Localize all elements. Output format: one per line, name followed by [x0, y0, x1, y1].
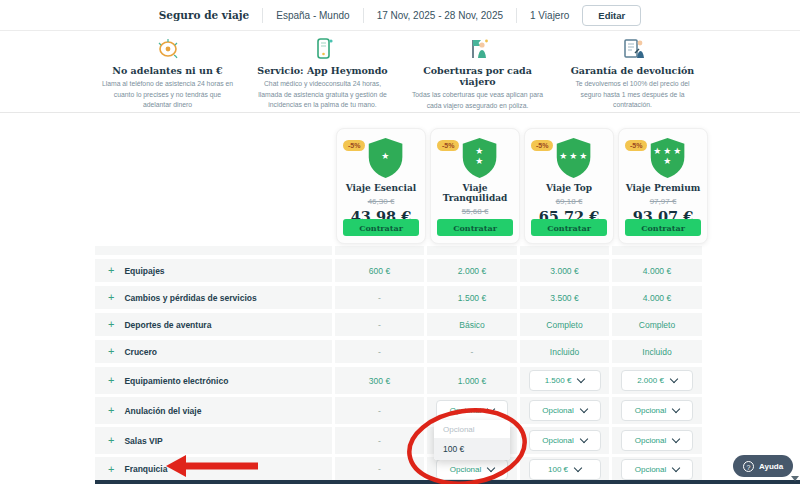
option-dropdown[interactable]: Opcional	[621, 459, 693, 480]
discount-badge: -5%	[343, 140, 365, 151]
chevron-down-icon	[580, 435, 588, 443]
table-row-clipped	[95, 246, 702, 255]
plan-card-esencial: -5% ★ Viaje Esencial 46,30 € 43,98 € Con…	[336, 128, 426, 244]
shield-stars: ★	[367, 139, 403, 173]
cell-value: 4.000 €	[643, 266, 671, 276]
option-dropdown[interactable]: 2.000 €	[621, 370, 693, 391]
sticky-bottom-bar-edge	[95, 480, 800, 484]
corner-scroll-mark	[791, 476, 799, 481]
benefit-title: Garantía de devolución	[560, 65, 705, 76]
cell-value: -	[378, 320, 381, 330]
contratar-button[interactable]: Contratar	[437, 219, 513, 236]
contratar-button[interactable]: Contratar	[625, 219, 701, 236]
trip-travelers[interactable]: 1 Viajero	[530, 10, 569, 21]
cell-value: 3.000 €	[550, 266, 578, 276]
chevron-down-icon	[672, 463, 680, 471]
table-row-equipamiento: +Equipamiento electrónico 300 € 1.000 € …	[95, 367, 702, 394]
table-row-anulacion: +Anulación del viaje - Opcional Opcional…	[95, 397, 702, 424]
benefit-title: Coberturas por cada viajero	[405, 65, 550, 87]
shield-stars: ★★★★	[649, 139, 685, 173]
chevron-down-icon	[670, 375, 678, 383]
edit-button[interactable]: Editar	[582, 5, 641, 26]
row-toggle[interactable]: +Equipamiento electrónico	[95, 367, 332, 394]
option-dropdown[interactable]: Opcional	[436, 459, 508, 480]
table-row-cambios: +Cambios y pérdidas de servicios - 1.500…	[95, 286, 702, 309]
plan-old-price: 55,68 €	[431, 207, 519, 216]
row-toggle[interactable]: +Anulación del viaje	[95, 397, 332, 424]
benefit-title: Servicio: App Heymondo	[250, 65, 395, 76]
table-row-salas-vip: +Salas VIP - Opcional Opcional	[95, 427, 702, 454]
benefit-desc: Te devolvemos el 100% del precio del seg…	[565, 79, 701, 111]
cell-value: -	[378, 406, 381, 416]
page-title: Seguro de viaje	[159, 9, 249, 21]
option-dropdown[interactable]: Opcional	[529, 400, 601, 421]
plan-old-price: 46,30 €	[337, 197, 425, 206]
travelers-icon	[405, 36, 550, 62]
help-button[interactable]: ? Ayuda	[733, 455, 793, 477]
cell-value: 300 €	[369, 376, 390, 386]
table-row-deportes: +Deportes de aventura - Básico Completo …	[95, 313, 702, 336]
row-toggle[interactable]: +Franquicia	[95, 457, 332, 481]
plan-card-tranquilidad: -5% ★★ Viaje Tranquilidad 55,68 € 52,89 …	[430, 128, 520, 244]
cell-value: Básico	[459, 320, 485, 330]
cell-value: 3.500 €	[550, 293, 578, 303]
plan-old-price: 69,18 €	[525, 197, 613, 206]
row-toggle[interactable]: +Cambios y pérdidas de servicios	[95, 286, 332, 309]
plan-name: Viaje Esencial	[337, 183, 425, 193]
benefit-title: No adelantes ni un €	[95, 65, 240, 76]
cell-value: 4.000 €	[643, 293, 671, 303]
benefit-desc: Llama al teléfono de asistencia 24 horas…	[100, 79, 236, 111]
trip-dates[interactable]: 17 Nov, 2025 - 28 Nov, 2025	[377, 10, 503, 21]
cell-value: 2.000 €	[458, 266, 486, 276]
cell-value: 1.500 €	[458, 293, 486, 303]
cell-value: -	[378, 436, 381, 446]
chevron-down-icon	[580, 405, 588, 413]
discount-badge: -5%	[437, 140, 459, 151]
option-dropdown[interactable]: 1.500 €	[529, 370, 601, 391]
cell-value: Completo	[546, 320, 582, 330]
cell-value: -	[378, 347, 381, 357]
chevron-down-icon	[672, 435, 680, 443]
contratar-button[interactable]: Contratar	[531, 219, 607, 236]
divider	[363, 8, 364, 23]
discount-badge: -5%	[531, 140, 553, 151]
piggy-bank-icon	[95, 36, 240, 62]
cell-value: -	[471, 347, 474, 357]
chevron-down-icon	[577, 375, 585, 383]
option-dropdown[interactable]: 100 €	[529, 459, 601, 480]
cell-value: -	[378, 293, 381, 303]
contratar-button[interactable]: Contratar	[343, 219, 419, 236]
option-dropdown[interactable]: Opcional	[621, 400, 693, 421]
trip-route[interactable]: España - Mundo	[276, 10, 349, 21]
plan-name: Viaje Top	[525, 183, 613, 193]
cell-value: 1.000 €	[458, 376, 486, 386]
question-mark-icon: ?	[743, 461, 754, 472]
divider	[516, 8, 517, 23]
cell-value: 600 €	[369, 266, 390, 276]
row-toggle[interactable]: +Crucero	[95, 340, 332, 363]
option-dropdown[interactable]: Opcional	[529, 430, 601, 451]
benefit-refund-guarantee: Garantía de devolución Te devolvemos el …	[560, 36, 705, 111]
benefit-no-advance: No adelantes ni un € Llama al teléfono d…	[95, 36, 240, 111]
table-row-franquicia: +Franquicia - Opcional 100 € Opcional	[95, 457, 702, 481]
plan-name: Viaje Tranquilidad	[431, 183, 519, 203]
plus-icon: +	[108, 319, 114, 330]
row-toggle[interactable]: +Equipajes	[95, 259, 332, 282]
dropdown-option-opcional[interactable]: Opcional	[434, 420, 510, 438]
option-dropdown[interactable]: Opcional	[436, 400, 508, 421]
benefit-coverage-per-traveler: Coberturas por cada viajero Todas las co…	[405, 36, 550, 111]
table-row-crucero: +Crucero - - Incluido Incluido	[95, 340, 702, 363]
chevron-down-icon	[487, 405, 495, 413]
option-dropdown[interactable]: Opcional	[621, 430, 693, 451]
row-toggle[interactable]: +Salas VIP	[95, 427, 332, 454]
plus-icon: +	[108, 464, 114, 475]
row-toggle[interactable]: +Deportes de aventura	[95, 313, 332, 336]
discount-badge: -5%	[625, 140, 647, 151]
shield-stars: ★★★	[555, 139, 591, 173]
dropdown-option-100[interactable]: 100 €	[434, 438, 510, 460]
benefit-desc: Chat médico y videoconsulta 24 horas, ll…	[255, 79, 391, 111]
benefits-strip: No adelantes ni un € Llama al teléfono d…	[0, 30, 800, 113]
plus-icon: +	[108, 292, 114, 303]
benefit-app-service: Servicio: App Heymondo Chat médico y vid…	[250, 36, 395, 111]
open-dropdown-menu: Opcional 100 €	[434, 420, 510, 460]
